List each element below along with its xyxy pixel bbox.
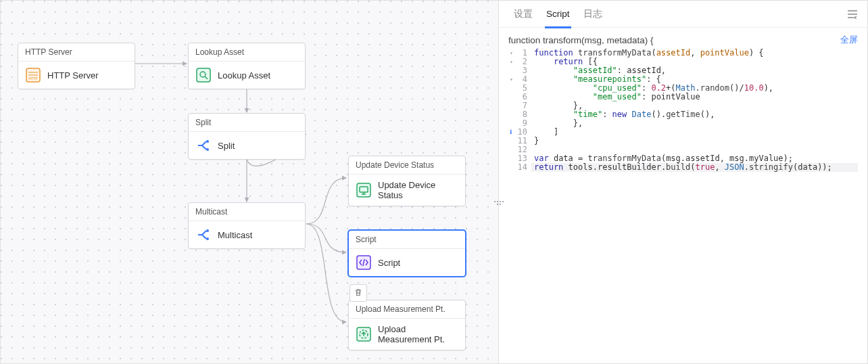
- node-label: Lookup Asset: [218, 70, 270, 81]
- node-label: Update Device Status: [378, 180, 458, 200]
- node-title: Upload Measurement Pt.: [349, 300, 465, 319]
- node-label: Multicast: [218, 230, 252, 240]
- svg-text:HTTP: HTTP: [28, 76, 38, 81]
- node-script[interactable]: Script Script: [348, 230, 466, 277]
- collapse-panel-icon[interactable]: [846, 7, 859, 21]
- multicast-icon: [195, 227, 212, 243]
- editor-gutter: 1 2 3 4 5 6 7 8 9 10 11 12 13 14: [508, 49, 531, 363]
- node-label: Split: [218, 141, 235, 151]
- node-label: Upload Measurement Pt.: [378, 324, 458, 344]
- node-multicast[interactable]: Multicast Multicast: [188, 202, 306, 249]
- lookup-asset-icon: [195, 67, 212, 83]
- node-title: Update Device Status: [349, 156, 465, 175]
- fullscreen-link[interactable]: 全屏: [840, 35, 858, 46]
- svg-point-7: [206, 237, 209, 240]
- tab-logs[interactable]: 日志: [577, 1, 609, 28]
- svg-rect-2: [197, 68, 210, 82]
- tabs: 设置 Script 日志: [499, 1, 867, 28]
- node-lookup-asset[interactable]: Lookup Asset Lookup Asset: [188, 43, 306, 89]
- node-title: Lookup Asset: [189, 43, 305, 62]
- script-icon: [356, 254, 372, 271]
- function-signature: function transform(msg, metadata) {: [508, 35, 654, 45]
- node-http-server[interactable]: HTTP Server HTTP HTTP Server: [18, 43, 135, 89]
- node-title: Split: [189, 114, 305, 132]
- update-device-status-icon: [356, 182, 372, 198]
- http-server-icon: HTTP: [25, 67, 41, 83]
- node-label: HTTP Server: [47, 70, 99, 81]
- node-title: Script: [349, 231, 465, 249]
- script-header: function transform(msg, metadata) { 全屏: [508, 35, 858, 46]
- script-area: function transform(msg, metadata) { 全屏 1…: [499, 28, 867, 363]
- svg-point-5: [206, 148, 209, 151]
- node-title: HTTP Server: [18, 43, 135, 62]
- tab-script[interactable]: Script: [539, 1, 577, 28]
- node-update-device-status[interactable]: Update Device Status Update Device Statu…: [348, 156, 466, 206]
- node-title: Multicast: [189, 203, 305, 221]
- svg-rect-8: [357, 183, 370, 197]
- delete-button[interactable]: [349, 284, 367, 302]
- panel-resize-handle[interactable]: [494, 198, 504, 208]
- svg-point-6: [206, 229, 209, 232]
- node-split[interactable]: Split Split: [188, 113, 306, 160]
- app-root: HTTP Server HTTP HTTP Server Lookup Asse…: [1, 1, 867, 363]
- node-upload-measurement[interactable]: Upload Measurement Pt. Upload Measuremen…: [348, 300, 466, 350]
- editor-code[interactable]: function transformMyData(assetId, pointV…: [531, 49, 858, 363]
- split-icon: [195, 137, 212, 154]
- node-label: Script: [378, 258, 400, 268]
- trash-icon: [354, 288, 363, 299]
- upload-measurement-icon: [356, 326, 372, 342]
- right-panel: 设置 Script 日志 function transform(msg, met…: [499, 1, 867, 363]
- flow-canvas[interactable]: HTTP Server HTTP HTTP Server Lookup Asse…: [1, 1, 499, 363]
- tab-settings[interactable]: 设置: [507, 1, 539, 28]
- code-editor[interactable]: 1 2 3 4 5 6 7 8 9 10 11 12 13 14 functio…: [508, 49, 858, 363]
- svg-point-4: [206, 140, 209, 143]
